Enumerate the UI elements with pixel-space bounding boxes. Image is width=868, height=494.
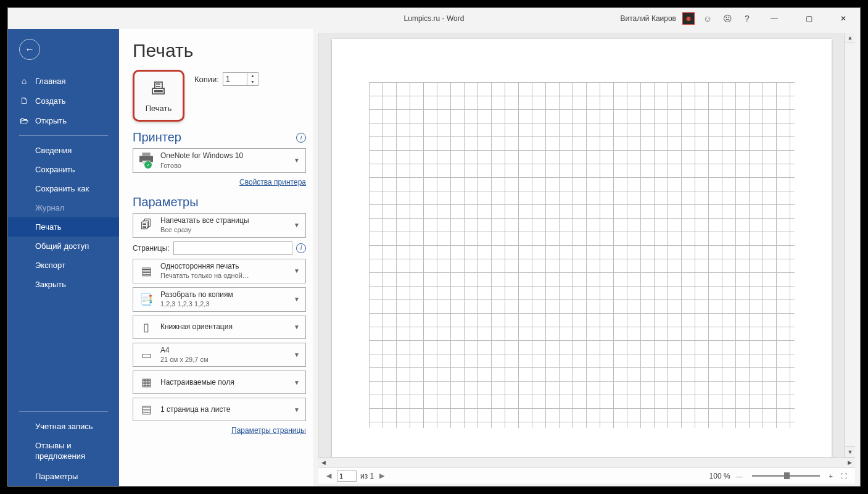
backstage-sidebar: ← ⌂Главная 🗋Создать 🗁Открыть Сведения Со… <box>8 29 119 486</box>
print-range-sub: Все сразу <box>160 225 287 234</box>
nav-open[interactable]: 🗁Открыть <box>8 111 119 130</box>
zoom-level-label: 100 % <box>709 472 730 480</box>
nav-feedback[interactable]: Отзывы ипредложения <box>8 436 119 467</box>
nav-export-label: Экспорт <box>35 261 65 270</box>
nav-options-label: Параметры <box>35 472 78 481</box>
chevron-down-icon: ▼ <box>292 222 302 228</box>
spinner-up[interactable]: ▲ <box>247 73 258 79</box>
paper-title: A4 <box>160 346 287 356</box>
paper-size-select[interactable]: ▭ A4 21 см x 29,7 см ▼ <box>133 343 306 367</box>
print-preview-area: ▲ ▼ ◀ ▶ ◀ из 1 ▶ 100 % — <box>313 29 860 486</box>
close-button[interactable]: ✕ <box>829 8 858 29</box>
sides-title: Односторонняя печать <box>160 262 287 272</box>
user-name[interactable]: Виталий Каиров <box>620 14 676 23</box>
pages-per-sheet-select[interactable]: ▤ 1 страница на листе ▼ <box>133 398 306 421</box>
printer-ready-icon: ✓ <box>144 161 152 169</box>
nav-feedback-label1: Отзывы и <box>35 441 72 450</box>
next-page-button[interactable]: ▶ <box>378 472 386 480</box>
nav-history-label: Журнал <box>35 203 64 212</box>
scroll-right-button[interactable]: ▶ <box>845 459 855 466</box>
sides-select[interactable]: ▤ Односторонняя печать Печатать только н… <box>133 259 306 283</box>
window-title: Lumpics.ru - Word <box>404 14 465 23</box>
nav-home[interactable]: ⌂Главная <box>8 71 119 91</box>
chevron-down-icon: ▼ <box>292 267 302 274</box>
vertical-scrollbar[interactable]: ▲ ▼ <box>845 33 855 457</box>
orientation-title: Книжная ориентация <box>160 322 287 332</box>
nav-options[interactable]: Параметры <box>8 467 119 486</box>
copies-label: Копии: <box>194 75 219 84</box>
nav-home-label: Главная <box>35 77 65 86</box>
zoom-out-button[interactable]: — <box>734 472 745 480</box>
frown-icon[interactable]: ☹ <box>721 14 734 23</box>
nav-print[interactable]: Печать <box>8 217 119 237</box>
titlebar: Lumpics.ru - Word Виталий Каиров ☻ ☺ ☹ ?… <box>8 8 860 29</box>
orientation-select[interactable]: ▯ Книжная ориентация ▼ <box>133 316 306 339</box>
maximize-button[interactable]: ▢ <box>795 8 823 29</box>
page-count-label: из 1 <box>360 472 374 480</box>
nav-divider <box>19 135 108 136</box>
pages-per-sheet-title: 1 страница на листе <box>160 405 287 415</box>
nav-new[interactable]: 🗋Создать <box>8 91 119 111</box>
sides-sub: Печатать только на одной… <box>160 271 287 280</box>
scroll-left-button[interactable]: ◀ <box>318 459 329 466</box>
scroll-track[interactable] <box>845 43 855 446</box>
page-setup-link[interactable]: Параметры страницы <box>133 426 306 435</box>
horizontal-scrollbar[interactable]: ◀ ▶ <box>318 457 855 467</box>
nav-divider-bottom <box>19 411 108 412</box>
nav-close[interactable]: Закрыть <box>8 275 119 294</box>
nav-export[interactable]: Экспорт <box>8 256 119 275</box>
prev-page-button[interactable]: ◀ <box>324 472 333 480</box>
spinner-down[interactable]: ▼ <box>247 79 258 85</box>
open-icon: 🗁 <box>19 115 29 125</box>
print-range-select[interactable]: 🗐 Напечатать все страницы Все сразу ▼ <box>133 213 306 238</box>
smile-icon[interactable]: ☺ <box>701 14 714 23</box>
copies-input[interactable] <box>223 73 247 85</box>
nav-history[interactable]: Журнал <box>8 198 119 217</box>
back-button[interactable]: ← <box>19 39 40 60</box>
print-button[interactable]: 🖶 Печать <box>133 70 184 122</box>
collate-select[interactable]: 📑 Разобрать по копиям 1,2,3 1,2,3 1,2,3 … <box>133 287 306 312</box>
margins-select[interactable]: ▦ Настраиваемые поля ▼ <box>133 371 306 394</box>
printer-info-icon[interactable]: i <box>296 133 306 143</box>
portrait-icon: ▯ <box>137 320 155 334</box>
nav-saveas[interactable]: Сохранить как <box>8 179 119 198</box>
zoom-in-button[interactable]: + <box>827 472 835 480</box>
svg-rect-1 <box>142 153 150 157</box>
printer-properties-link[interactable]: Свойства принтера <box>133 178 306 186</box>
sheet-icon: ▤ <box>137 403 155 416</box>
document-grid <box>369 82 795 428</box>
pages-input[interactable] <box>173 241 292 255</box>
print-range-title: Напечатать все страницы <box>160 216 287 226</box>
nav-close-label: Закрыть <box>35 280 66 289</box>
nav-share[interactable]: Общий доступ <box>8 237 119 256</box>
settings-heading: Параметры <box>133 195 199 209</box>
scroll-up-button[interactable]: ▲ <box>845 33 855 43</box>
printer-name: OneNote for Windows 10 <box>160 151 287 161</box>
one-side-icon: ▤ <box>137 264 155 278</box>
nav-open-label: Открыть <box>35 116 67 125</box>
printer-heading: Принтер <box>133 130 181 144</box>
nav-feedback-label2: предложения <box>35 451 85 461</box>
nav-info[interactable]: Сведения <box>8 141 119 160</box>
help-icon[interactable]: ? <box>740 14 754 23</box>
nav-info-label: Сведения <box>35 146 72 155</box>
scroll-down-button[interactable]: ▼ <box>845 446 855 457</box>
page-number-input[interactable] <box>337 471 357 482</box>
printer-select[interactable]: ✓ OneNote for Windows 10 Готово ▼ <box>133 148 306 173</box>
minimize-button[interactable]: — <box>760 8 788 29</box>
fit-to-window-button[interactable]: ⛶ <box>838 472 849 480</box>
new-icon: 🗋 <box>19 96 29 106</box>
collate-icon: 📑 <box>137 293 155 306</box>
collate-sub: 1,2,3 1,2,3 1,2,3 <box>160 299 287 308</box>
pages-info-icon[interactable]: i <box>296 243 306 253</box>
zoom-slider[interactable] <box>752 475 820 477</box>
nav-account[interactable]: Учетная запись <box>8 417 119 436</box>
paper-sub: 21 см x 29,7 см <box>160 355 287 364</box>
nav-share-label: Общий доступ <box>35 241 89 251</box>
preview-page <box>332 39 832 457</box>
home-icon: ⌂ <box>19 76 29 86</box>
avatar[interactable]: ☻ <box>682 12 695 25</box>
nav-saveas-label: Сохранить как <box>35 184 89 193</box>
copies-spinner[interactable]: ▲▼ <box>223 72 258 86</box>
nav-save[interactable]: Сохранить <box>8 160 119 179</box>
